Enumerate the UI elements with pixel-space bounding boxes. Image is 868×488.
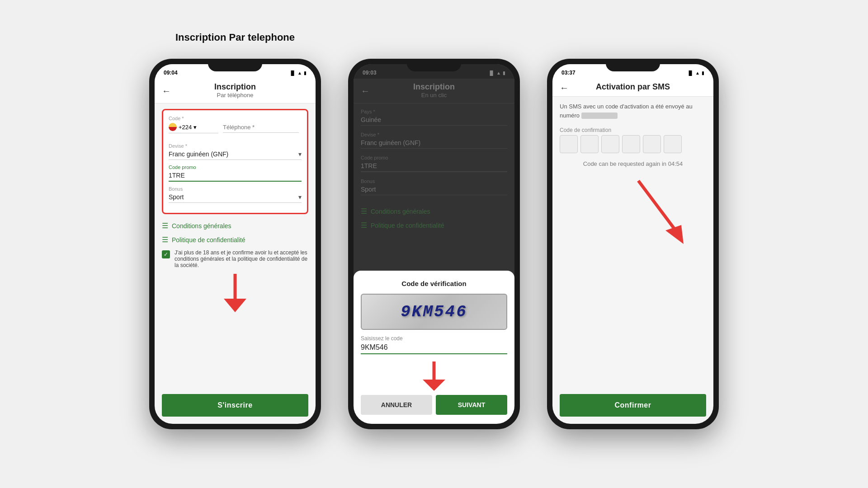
- back-arrow-icon[interactable]: ←: [560, 82, 569, 93]
- phone3-wrapper: 03:37 ▐▌ ▲ ▮ ← Activation par SMS Un SMS…: [547, 59, 719, 429]
- captcha-image: 9KM546: [361, 294, 507, 330]
- code-group: Code * +224 ▾: [169, 116, 218, 133]
- devise-value[interactable]: Franc guinéen (GNF) ▾: [169, 150, 302, 160]
- battery-icon: ▮: [702, 70, 704, 75]
- confirmer-button[interactable]: Confirmer: [560, 394, 706, 417]
- back-arrow-icon[interactable]: ←: [162, 86, 171, 96]
- signal-icon: ▐▌: [289, 70, 296, 75]
- bonus-arrow-icon: ▾: [298, 193, 302, 201]
- devise-label: Devise *: [169, 143, 302, 149]
- page-label: Inscription Par telephone: [175, 32, 295, 43]
- phone1-frame: 09:04 ▐▌ ▲ ▮ ← Inscription Par téléphone: [149, 59, 321, 429]
- bonus-group: Bonus Sport ▾: [169, 186, 302, 203]
- phone1-screen: 09:04 ▐▌ ▲ ▮ ← Inscription Par téléphone: [155, 64, 316, 424]
- arrow-down-svg-modal: [423, 361, 445, 393]
- phone3-frame: 03:37 ▐▌ ▲ ▮ ← Activation par SMS Un SMS…: [547, 59, 719, 429]
- phone1-time: 09:04: [164, 70, 178, 76]
- resend-timer: Code can be requested again in 04:54: [560, 160, 706, 167]
- promo-group: Code promo 1TRE: [169, 164, 302, 182]
- bonus-label: Bonus: [169, 186, 302, 192]
- phone3-screen: 03:37 ▐▌ ▲ ▮ ← Activation par SMS Un SMS…: [552, 64, 713, 424]
- wifi-icon: ▲: [695, 70, 700, 75]
- modal-buttons: ANNULER SUIVANT: [361, 395, 507, 415]
- digit-box-6[interactable]: [664, 135, 682, 153]
- phone3-time: 03:37: [561, 70, 576, 76]
- svg-line-4: [638, 181, 679, 235]
- phone1-subtitle: Par téléphone: [162, 92, 308, 99]
- modal-input-label: Saisissez le code: [361, 335, 507, 342]
- captcha-modal-overlay: Code de vérification 9KM546 Saisissez le…: [354, 64, 514, 424]
- digit-box-3[interactable]: [601, 135, 619, 153]
- modal-title: Code de vérification: [361, 280, 507, 287]
- phone3-arrow-container: [560, 176, 688, 249]
- svg-marker-3: [423, 380, 445, 391]
- digit-box-1[interactable]: [560, 135, 578, 153]
- digit-box-5[interactable]: [643, 135, 661, 153]
- signal-icon: ▐▌: [687, 70, 693, 75]
- phone3-title: Activation par SMS: [560, 82, 706, 92]
- arrow-down-svg: [224, 274, 246, 314]
- privacy-icon: ☰: [162, 235, 168, 244]
- phone-label: [223, 116, 302, 121]
- phone-input[interactable]: [223, 124, 299, 133]
- devise-group: Devise * Franc guinéen (GNF) ▾: [169, 143, 302, 160]
- phone3-content: Un SMS avec un code d'activation a été e…: [552, 97, 713, 390]
- conditions-icon: ☰: [162, 221, 168, 230]
- phone1-header: ← Inscription Par téléphone: [155, 79, 316, 103]
- phone1-title: Inscription: [162, 82, 308, 92]
- phone1-arrow: [162, 274, 308, 314]
- phone1-content: Code * +224 ▾: [155, 103, 316, 390]
- svg-marker-5: [665, 225, 684, 244]
- battery-icon: ▮: [304, 70, 307, 75]
- country-code-value: +224: [179, 124, 192, 131]
- modal-input-value[interactable]: 9KM546: [361, 343, 507, 354]
- phone3-status-icons: ▐▌ ▲ ▮: [687, 70, 704, 75]
- phone1-form-box: Code * +224 ▾: [162, 109, 308, 214]
- next-button[interactable]: SUIVANT: [436, 395, 507, 415]
- blurred-phone-number: [581, 113, 618, 119]
- country-code-field[interactable]: +224 ▾: [169, 123, 218, 133]
- sinscire-button[interactable]: S'inscrire: [162, 394, 308, 417]
- phone3-header: ← Activation par SMS: [552, 79, 713, 97]
- phone2-wrapper: 09:03 ▐▌ ▲ ▮ ← Inscription En un clic Pa…: [348, 59, 520, 429]
- captcha-modal-box: Code de vérification 9KM546 Saisissez le…: [354, 271, 514, 424]
- flag-guinea: [169, 123, 177, 131]
- devise-arrow-icon: ▾: [298, 150, 302, 158]
- phone-group: [223, 116, 302, 133]
- dropdown-arrow-icon: ▾: [193, 124, 197, 131]
- svg-marker-1: [224, 299, 246, 312]
- consent-row: J'ai plus de 18 ans et je confirme avoir…: [162, 249, 308, 268]
- phone3-notch: [606, 59, 660, 71]
- consent-text: J'ai plus de 18 ans et je confirme avoir…: [175, 249, 308, 268]
- phone2-notch: [407, 59, 461, 71]
- conditions-link[interactable]: ☰ Conditions générales: [162, 221, 308, 230]
- code-confirmation-label: Code de confirmation: [560, 127, 706, 133]
- promo-value[interactable]: 1TRE: [169, 172, 302, 182]
- phone2-screen: 09:03 ▐▌ ▲ ▮ ← Inscription En un clic Pa…: [354, 64, 514, 424]
- digit-box-2[interactable]: [580, 135, 599, 153]
- sms-intro-text: Un SMS avec un code d'activation a été e…: [560, 102, 706, 120]
- bonus-value[interactable]: Sport ▾: [169, 193, 302, 203]
- modal-arrow: [361, 361, 507, 393]
- privacy-link[interactable]: ☰ Politique de confidentialité: [162, 235, 308, 244]
- digit-box-4[interactable]: [622, 135, 640, 153]
- wifi-icon: ▲: [297, 70, 302, 75]
- phone-code-row: Code * +224 ▾: [169, 116, 302, 138]
- phone1-wrapper: Inscription Par telephone 09:04 ▐▌ ▲ ▮ ←…: [149, 59, 321, 429]
- promo-label: Code promo: [169, 164, 302, 170]
- phone1-status-icons: ▐▌ ▲ ▮: [289, 70, 307, 75]
- code-label: Code *: [169, 116, 218, 121]
- phone2-frame: 09:03 ▐▌ ▲ ▮ ← Inscription En un clic Pa…: [348, 59, 520, 429]
- cancel-button[interactable]: ANNULER: [361, 395, 432, 415]
- phone1-notch: [208, 59, 262, 71]
- sms-code-boxes: [560, 135, 706, 153]
- arrow-diagonal-svg: [634, 176, 688, 249]
- consent-checkbox[interactable]: [162, 250, 170, 258]
